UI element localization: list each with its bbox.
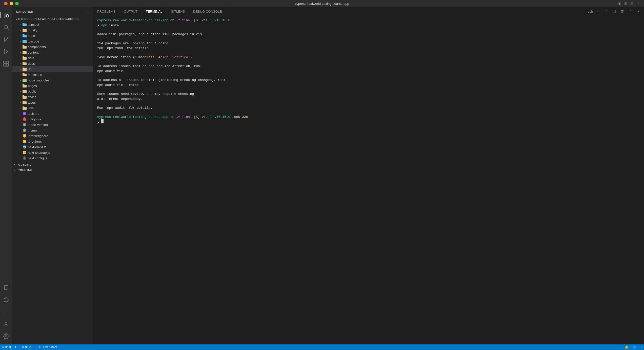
root-folder-label: CYPRESS-REALWORLD-TESTING-COURS...	[18, 17, 82, 20]
split-terminal-button[interactable]	[611, 8, 618, 15]
svg-point-1	[4, 25, 8, 29]
more-icon[interactable]: ⋮	[636, 2, 640, 6]
status-remote[interactable]: 🌐	[631, 345, 638, 349]
tree-item-prettierrc[interactable]: P .prettierrc	[12, 139, 93, 144]
activity-run-debug[interactable]	[0, 46, 12, 58]
folder-icon	[22, 67, 27, 71]
file-icon: N	[22, 156, 27, 160]
term-app-name: cypress-realworld-testing-course-app	[97, 18, 168, 23]
tab-output[interactable]: OUTPUT	[120, 7, 142, 16]
tree-item-next-sitemap[interactable]: JS next-sitemap.js	[12, 150, 93, 155]
minimize-dot[interactable]	[10, 2, 13, 5]
folder-icon	[22, 50, 27, 55]
root-folder[interactable]: ▾ CYPRESS-REALWORLD-TESTING-COURS...	[12, 16, 93, 22]
folder-label: content	[28, 51, 91, 54]
tree-item-node-version[interactable]: N .node-version	[12, 122, 93, 127]
tree-item-husky[interactable]: › .husky	[12, 27, 93, 33]
tree-item-machines[interactable]: › machines	[12, 72, 93, 77]
status-notifications[interactable]: 🔔	[623, 345, 631, 349]
layout2-icon[interactable]: ⊞	[624, 2, 627, 6]
folder-label: utils	[28, 106, 91, 110]
activity-search[interactable]	[0, 21, 12, 33]
close-panel-button[interactable]: ×	[635, 8, 642, 15]
folder-icon	[22, 33, 27, 38]
terminal-chevron-button[interactable]: ˅	[602, 8, 610, 15]
tree-item-next-env-dts[interactable]: TS next-env.d.ts	[12, 144, 93, 150]
tab-terminal[interactable]: TERMINAL	[142, 7, 167, 16]
kill-terminal-button[interactable]	[619, 8, 626, 15]
file-icon: P	[22, 139, 27, 144]
tree-item-eslintrc[interactable]: E .eslintrc	[12, 111, 93, 116]
split-icon[interactable]: ⊟	[630, 2, 633, 6]
file-icon: N	[22, 122, 27, 127]
tree-item-node-modules[interactable]: › node_modules	[12, 77, 93, 83]
maximize-dot[interactable]	[15, 2, 19, 5]
tree-item-next[interactable]: › .next	[12, 33, 93, 38]
tab-debug-console[interactable]: DEBUG CONSOLE	[189, 7, 226, 16]
terminal-output-line-1: added 1101 packages, and audited 1102 pa…	[97, 32, 640, 37]
tree-item-content[interactable]: › content	[12, 50, 93, 55]
status-upload[interactable]: ↑	[638, 345, 644, 349]
folder-label: components	[28, 45, 91, 49]
tree-item-nvmrc[interactable]: N .nvmrc	[12, 127, 93, 133]
term-branch: ⎇ final	[176, 18, 192, 23]
notification-icon: 🔔	[625, 345, 629, 349]
chevron-down-icon: ▾	[14, 18, 18, 20]
tree-item-circleci[interactable]: › .circleci	[12, 22, 93, 27]
folder-icon	[22, 78, 27, 82]
status-branch[interactable]: ✕ final	[0, 344, 13, 350]
tree-item-styles[interactable]: › styles	[12, 94, 93, 100]
svg-rect-7	[4, 61, 6, 63]
error-icon: ✕	[22, 345, 24, 349]
file-icon: TS	[22, 145, 27, 149]
chevron-right-icon: ›	[18, 40, 22, 43]
activity-bar: ···	[0, 7, 12, 344]
activity-source-control[interactable]	[0, 33, 12, 46]
status-live-share[interactable]: ↗ Live Share	[36, 344, 59, 350]
tree-item-components[interactable]: › components	[12, 44, 93, 50]
add-terminal-button[interactable]: +	[594, 8, 601, 15]
status-sync[interactable]: ↻	[13, 344, 19, 350]
term-high: high	[160, 55, 168, 60]
tree-item-lib[interactable]: › lib	[12, 66, 93, 72]
status-errors[interactable]: ✕ 0 ⚠ 0	[19, 344, 36, 350]
chevron-right-icon: ›	[18, 68, 22, 71]
tree-item-public[interactable]: › public	[12, 89, 93, 94]
activity-bookmarks[interactable]	[0, 282, 12, 294]
tree-item-next-config[interactable]: N next.config.js	[12, 155, 93, 161]
activity-remote[interactable]	[0, 294, 12, 306]
close-dot[interactable]	[4, 2, 8, 5]
activity-more[interactable]: ···	[0, 306, 12, 318]
term-took: took	[230, 115, 242, 120]
tree-item-utils[interactable]: › utils	[12, 105, 93, 111]
split-icon	[612, 10, 616, 13]
terminal-cursor	[101, 119, 104, 123]
terminal-output[interactable]: cypress-realworld-testing-course-app on …	[93, 16, 644, 344]
term-badge-2: [$]	[192, 115, 200, 120]
activity-extensions[interactable]	[0, 58, 12, 70]
tree-item-docs[interactable]: › docs	[12, 61, 93, 66]
tree-item-pages[interactable]: › pages	[12, 83, 93, 89]
activity-account[interactable]	[0, 318, 12, 330]
terminal-shell-selector[interactable]: zsh	[586, 8, 593, 15]
tree-item-data[interactable]: › data	[12, 55, 93, 61]
tree-item-types[interactable]: › types	[12, 100, 93, 105]
tab-gitlens[interactable]: GITLENS	[167, 7, 189, 16]
term-critical: critical	[174, 55, 190, 60]
outline-section[interactable]: › OUTLINE	[12, 162, 93, 167]
svg-rect-10	[6, 64, 9, 66]
tree-item-prettierignore[interactable]: P .prettierignore	[12, 133, 93, 139]
tree-item-vscode[interactable]: › .vscode	[12, 38, 93, 44]
tab-problems[interactable]: PROBLEMS	[93, 7, 120, 16]
activity-explorer[interactable]	[0, 9, 12, 21]
activity-settings[interactable]	[0, 330, 12, 342]
explorer-more-icon[interactable]: ...	[86, 10, 89, 14]
status-bar-right: 🔔 🌐 ↑	[623, 345, 644, 349]
folder-icon	[22, 83, 27, 88]
folder-icon	[22, 56, 27, 60]
layout-icon[interactable]: ▣	[618, 2, 621, 6]
tree-item-gitignore[interactable]: G .gitignore	[12, 116, 93, 122]
terminal-more-button[interactable]: ˅	[627, 8, 634, 15]
timeline-section[interactable]: › TIMELINE	[12, 167, 93, 173]
folder-label: .husky	[28, 28, 91, 32]
